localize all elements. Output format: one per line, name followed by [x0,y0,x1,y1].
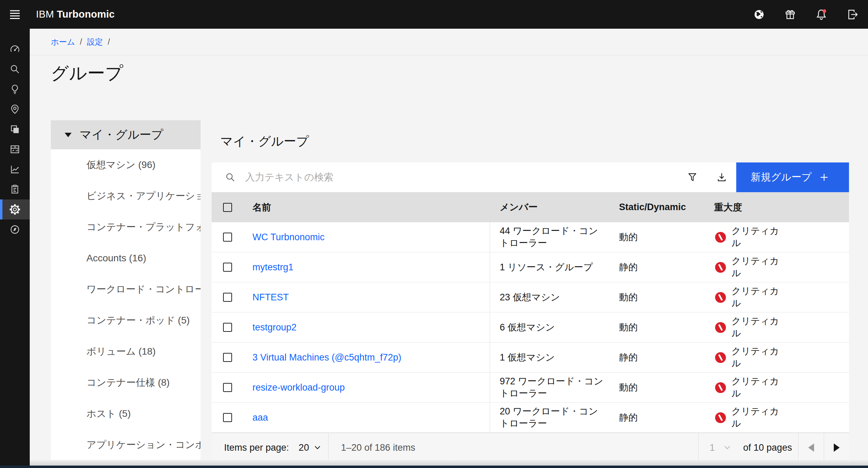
critical-severity-icon [714,411,727,424]
row-checkbox[interactable] [223,323,232,332]
tree-item[interactable]: Accounts (16) [51,243,201,274]
critical-severity-icon [714,291,727,304]
group-name-link[interactable]: NFTEST [252,292,289,303]
chart-line-icon[interactable] [0,159,30,179]
next-page-button[interactable] [824,433,849,462]
table-row: NFTEST 23 仮想マシン 動的 クリティカル [212,282,849,312]
tree-item[interactable]: 仮想マシン (96) [51,149,201,180]
notification-dot [823,9,827,13]
row-checkbox[interactable] [223,293,232,302]
members-cell: 972 ワークロード・コントローラー [490,373,614,402]
copy-icon[interactable] [0,119,30,139]
tree-item[interactable]: ホスト (5) [51,398,201,429]
critical-severity-icon [714,261,727,274]
tree-item[interactable]: コンテナー仕様 (8) [51,367,201,398]
table-toolbar: 新規グループ [212,162,849,192]
row-checkbox[interactable] [223,353,232,362]
group-name-link[interactable]: testgroup2 [252,322,297,333]
tree-item[interactable]: ワークロード・コントロー... [51,274,201,305]
table-header-row: 名前 メンバー Static/Dynamic 重大度 [212,192,849,222]
severity-label: クリティカル [731,315,783,339]
gift-icon[interactable] [775,0,806,29]
members-cell: 1 リソース・グループ [490,252,614,282]
table-row: aaa 20 ワークロード・コントローラー 静的 クリティカル [212,403,849,433]
breadcrumb: ホーム / 設定 / [30,29,868,55]
search-icon [225,172,236,183]
table-row: WC Turbnonomic 44 ワークロード・コントローラー 動的 クリティ… [212,222,849,252]
members-cell: 23 仮想マシン [490,282,614,312]
previous-page-button[interactable] [798,433,824,462]
tree-header-my-groups[interactable]: マイ・グループ [51,120,201,149]
column-header-name: 名前 [252,201,271,214]
tree-item-label: コンテナー仕様 (8) [86,376,170,389]
section-title: マイ・グループ [212,120,849,162]
tree-item-label: ビジネス・アプリケーショ... [86,189,201,203]
globe-icon[interactable] [744,0,775,29]
row-checkbox[interactable] [223,263,232,272]
members-cell: 20 ワークロード・コントローラー [490,403,614,432]
members-cell: 1 仮想マシン [490,343,614,372]
tree-item-label: ボリューム (18) [86,345,156,358]
download-icon[interactable] [707,162,736,192]
chevron-down-icon [724,445,731,450]
window-bottom-edge [0,466,868,468]
compass-icon[interactable] [0,219,30,240]
select-all-checkbox[interactable] [223,203,232,212]
plus-icon [819,172,829,182]
severity-cell: クリティカル [709,282,849,312]
group-name-link[interactable]: mytestrg1 [252,262,294,273]
menu-icon[interactable] [0,0,30,29]
items-per-page-select[interactable]: 20 [299,442,321,453]
tree-item-label: コンテナー・ポッド (5) [86,314,190,327]
group-name-link[interactable]: 3 Virtual Machines (@c5qhtm_f72p) [252,352,401,363]
lightbulb-icon[interactable] [0,79,30,99]
table-row: testgroup2 6 仮想マシン 動的 クリティカル [212,312,849,343]
tree-item-label: アプリケーション・コンポ... [86,438,201,451]
search-icon[interactable] [0,59,30,79]
table-row: mytestrg1 1 リソース・グループ 静的 クリティカル [212,252,849,282]
table-row: resize-workload-group 972 ワークロード・コントローラー… [212,373,849,403]
tree-item-label: コンテナー・プラットフォ... [86,221,201,234]
row-checkbox[interactable] [223,413,232,422]
column-header-type: Static/Dynamic [614,192,709,222]
tree-item[interactable]: ビジネス・アプリケーショ... [51,180,201,212]
app-window: IBMTurbonomic [0,0,868,468]
search-input[interactable] [245,172,677,183]
chevron-down-icon [65,133,72,137]
location-icon[interactable] [0,99,30,119]
row-checkbox[interactable] [223,383,232,392]
logout-icon[interactable] [837,0,868,29]
group-name-link[interactable]: resize-workload-group [252,382,345,393]
tree-item[interactable]: コンテナー・プラットフォ... [51,212,201,243]
breadcrumb-home-link[interactable]: ホーム [51,37,75,47]
header-actions [744,0,868,29]
pagination-bar: Items per page: 20 1–20 of 186 items 1 o… [212,433,849,462]
report-icon[interactable] [0,179,30,199]
type-cell: 静的 [614,343,709,372]
type-cell: 動的 [614,222,709,252]
gauge-icon[interactable] [0,39,30,59]
row-checkbox[interactable] [223,233,232,242]
severity-cell: クリティカル [709,222,849,252]
settings-gear-icon[interactable] [0,199,30,219]
table-body: WC Turbnonomic 44 ワークロード・コントローラー 動的 クリティ… [212,222,849,433]
severity-label: クリティカル [731,225,783,249]
tree-item[interactable]: ボリューム (18) [51,336,201,367]
group-name-link[interactable]: WC Turbnonomic [252,232,325,243]
tree-item-label: ホスト (5) [86,407,131,420]
group-name-link[interactable]: aaa [252,412,268,423]
severity-label: クリティカル [731,345,783,369]
notification-bell-icon[interactable] [806,0,837,29]
severity-label: クリティカル [731,405,783,430]
tree-item-label: 仮想マシン (96) [86,158,156,171]
new-group-button[interactable]: 新規グループ [736,162,849,192]
critical-severity-icon [714,231,727,244]
window-bottom-fade [30,460,868,466]
breadcrumb-settings-link[interactable]: 設定 [87,37,103,47]
filter-icon[interactable] [677,162,707,192]
tree-item[interactable]: アプリケーション・コンポ... [51,429,201,460]
dashboard-icon[interactable] [0,139,30,159]
main-panel: マイ・グループ 新規グループ [212,120,849,462]
page-number-select[interactable]: 1 [710,442,731,453]
tree-item[interactable]: コンテナー・ポッド (5) [51,305,201,336]
